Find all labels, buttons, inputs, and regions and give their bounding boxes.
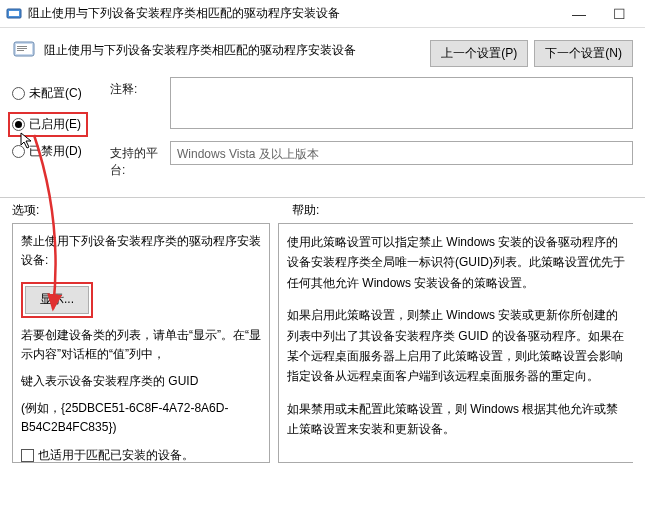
radio-label: 未配置(C) [29,85,82,102]
header: 阻止使用与下列设备安装程序类相匹配的驱动程序安装设备 上一个设置(P) 下一个设… [0,28,645,73]
svg-rect-1 [9,11,19,16]
minimize-button[interactable]: — [559,0,599,28]
radio-enabled[interactable]: 已启用(E) [8,112,88,137]
radio-label: 已禁用(D) [29,143,82,160]
options-text: (例如，{25DBCE51-6C8F-4A72-8A6D-B54C2B4FC83… [21,399,261,437]
options-text: 键入表示设备安装程序类的 GUID [21,372,261,391]
app-icon [6,6,22,22]
help-text: 使用此策略设置可以指定禁止 Windows 安装的设备驱动程序的设备安装程序类全… [287,232,625,293]
help-label: 帮助: [272,202,633,219]
help-text: 如果禁用或未配置此策略设置，则 Windows 根据其他允许或禁止策略设置来安装… [287,399,625,440]
policy-icon [12,38,36,62]
comment-label: 注释: [110,77,170,98]
help-pane: 使用此策略设置可以指定禁止 Windows 安装的设备驱动程序的设备安装程序类全… [278,223,633,463]
maximize-button[interactable]: ☐ [599,0,639,28]
prev-setting-button[interactable]: 上一个设置(P) [430,40,528,67]
titlebar: 阻止使用与下列设备安装程序类相匹配的驱动程序安装设备 — ☐ [0,0,645,28]
radio-not-configured[interactable]: 未配置(C) [12,85,102,102]
show-button[interactable]: 显示... [25,286,89,313]
help-text: 如果启用此策略设置，则禁止 Windows 安装或更新你所创建的列表中列出了其设… [287,305,625,387]
also-apply-checkbox[interactable]: 也适用于匹配已安装的设备。 [21,446,261,464]
radio-label: 已启用(E) [29,116,81,133]
radio-disabled[interactable]: 已禁用(D) [12,143,102,160]
section-labels: 选项: 帮助: [0,202,645,223]
options-pane: 禁止使用下列设备安装程序类的驱动程序安装设备: 显示... 若要创建设备类的列表… [12,223,270,463]
options-label: 选项: [12,202,272,219]
options-text: 禁止使用下列设备安装程序类的驱动程序安装设备: [21,232,261,270]
comment-textbox[interactable] [170,77,633,129]
window-title: 阻止使用与下列设备安装程序类相匹配的驱动程序安装设备 [28,5,559,22]
page-title: 阻止使用与下列设备安装程序类相匹配的驱动程序安装设备 [44,38,430,59]
svg-rect-5 [17,48,27,49]
svg-rect-6 [17,50,24,51]
svg-rect-4 [17,46,27,47]
state-radios: 未配置(C) 已启用(E) 已禁用(D) [12,77,102,191]
platform-textbox[interactable]: Windows Vista 及以上版本 [170,141,633,165]
next-setting-button[interactable]: 下一个设置(N) [534,40,633,67]
platform-label: 支持的平台: [110,141,170,179]
checkbox-icon [21,449,34,462]
highlight-box: 显示... [21,282,93,317]
options-text: 若要创建设备类的列表，请单击“显示”。在“显示内容”对话框的“值”列中， [21,326,261,364]
divider [0,197,645,198]
settings-top: 未配置(C) 已启用(E) 已禁用(D) 注释: 支持的平台: Windows … [0,73,645,191]
checkbox-label: 也适用于匹配已安装的设备。 [38,446,194,464]
content-panes: 禁止使用下列设备安装程序类的驱动程序安装设备: 显示... 若要创建设备类的列表… [0,223,645,463]
